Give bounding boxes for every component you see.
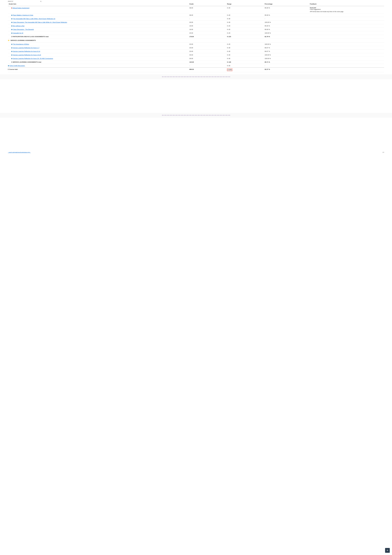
grade-item-link[interactable]: Service Learning Reflection for hours 1-…	[13, 47, 39, 49]
assignment-icon: ▣	[11, 51, 13, 52]
dot	[173, 115, 174, 116]
dot	[187, 115, 188, 116]
dots-separator-1	[0, 74, 392, 79]
feedback-cell: Good job! A few suggestions: APA format …	[309, 6, 384, 13]
item-name-cell: ΣPARTICIPATION AND IN CLASS ASSIGNMENTS …	[8, 35, 188, 38]
grades-table: Grade item Grade Range Percentage Feedba…	[8, 2, 384, 72]
percentage-cell: 66.67 %	[264, 46, 309, 50]
grade-cell: 896.00	[188, 67, 226, 72]
dot	[164, 115, 164, 116]
dot	[220, 115, 221, 116]
grade-item-link[interactable]: Inequality for All	[13, 32, 23, 34]
percentage-cell: -	[264, 64, 309, 68]
grade-item-link[interactable]: Class Discussion: The Impossible Will Ta…	[13, 22, 67, 23]
dot	[165, 76, 166, 77]
dot	[217, 115, 218, 116]
dot	[215, 115, 216, 116]
table-row: ▣Service Learning Reflection for hours 2…	[8, 57, 384, 60]
blank-area-2	[0, 118, 392, 151]
grade-cell: 120.00	[188, 60, 226, 64]
feedback-cell	[309, 57, 384, 60]
table-row: ΣCourse total 896.00 0–970 92.37 %	[8, 67, 384, 72]
table-row: ΣSERVICE LEARNING ASSIGNMENTS total 120.…	[8, 60, 384, 64]
range-cell: 0–30	[226, 64, 264, 68]
feedback-cell	[309, 46, 384, 50]
dot	[206, 115, 207, 116]
feedback-cell	[309, 17, 384, 21]
footer-url[interactable]: ...search.edu/grade/report/usefreelancer…	[8, 152, 31, 153]
grade-item-link[interactable]: Race Matters: America in Crisis	[13, 14, 33, 16]
table-row: ▣The Importance of Ethics 20.00 0–20 100…	[8, 43, 384, 46]
grade-item-link[interactable]: The Importance of Ethics	[13, 43, 29, 45]
dot	[189, 76, 189, 77]
dot	[181, 115, 182, 116]
range-cell: 0–970	[226, 67, 264, 72]
dot	[176, 76, 177, 77]
dot	[203, 76, 204, 77]
grade-item-link[interactable]: Boy without a flag	[13, 25, 24, 27]
grade-item-link[interactable]: Ethical Duties Assignment	[13, 7, 29, 9]
section-header-label: SERVICE LEARNING ASSIGNMENTS	[10, 40, 36, 41]
percentage-cell: 95.00 %	[264, 13, 309, 17]
percentage-cell: 100.00 %	[264, 31, 309, 35]
dot	[214, 115, 214, 116]
dot	[187, 76, 188, 77]
dot	[175, 115, 175, 116]
dot	[162, 115, 163, 116]
grade-cell: -	[188, 64, 226, 68]
col-header-percentage: Percentage	[264, 2, 309, 6]
dot	[217, 76, 218, 77]
dot	[184, 115, 185, 116]
dot	[170, 76, 171, 77]
dot	[204, 76, 205, 77]
range-value: 0–30	[227, 47, 230, 49]
grade-item-link[interactable]: Service Learning Reflection for hours 15…	[13, 54, 41, 56]
range-value: 0–215	[227, 36, 231, 37]
feedback-cell	[309, 35, 384, 38]
item-name-cell: ▣Inequality for All	[8, 31, 188, 35]
percentage-cell: 100.00 %	[264, 21, 309, 24]
table-row: ■Ethical Duties Assignment 38.00 0–40 95…	[8, 6, 384, 13]
grade-item-link[interactable]: Extra Credit Discussion:	[10, 65, 25, 66]
grade-item-link[interactable]: Service Learning Reflection for hours 8-…	[13, 51, 40, 52]
dot	[181, 76, 182, 77]
col-header-range: Range	[226, 2, 264, 6]
table-row: 📁 SERVICE LEARNING ASSIGNMENTS	[8, 38, 384, 43]
item-name-cell: ΣSERVICE LEARNING ASSIGNMENTS total	[8, 60, 188, 64]
table-row: ▣Extra Credit Discussion: - 0–30 -	[8, 64, 384, 68]
table-row: ▣Class Discussion - The Eleventh 18.00 0…	[8, 28, 384, 31]
grade-cell: 18.00	[188, 28, 226, 31]
range-value: 0–30	[227, 54, 230, 56]
dot	[170, 115, 171, 116]
grade-cell: 30.00	[188, 57, 226, 60]
item-name-cell: ▣Class Discussion: The Impossible Will T…	[8, 21, 188, 24]
grade-item-link[interactable]: The Impossible Will Take a Little While-…	[13, 18, 55, 20]
feedback-content: Good job! A few suggestions: APA format …	[310, 7, 383, 12]
percentage-cell: 100.00 %	[264, 57, 309, 60]
dot	[220, 76, 221, 77]
dot	[223, 115, 224, 116]
feedback-cell	[309, 24, 384, 28]
grade-item-link[interactable]: Service Learning Reflection for hours 20…	[13, 58, 53, 59]
range-value: 0–30	[227, 58, 230, 59]
footer-url-text: ...search.edu/grade/report/usefreelancer…	[8, 152, 31, 153]
dot	[201, 115, 202, 116]
range-cell: 0–40	[226, 13, 264, 17]
range-cell: 0–30	[226, 46, 264, 50]
range-cell: 0–20	[226, 28, 264, 31]
feedback-cell	[309, 64, 384, 68]
range-cell: 0–20	[226, 24, 264, 28]
table-row: ▣Service Learning Reflection for hours 1…	[8, 46, 384, 50]
range-cell: 0–30	[226, 17, 264, 21]
table-row: ΣPARTICIPATION AND IN CLASS ASSIGNMENTS …	[8, 35, 384, 38]
dot	[182, 115, 183, 116]
percentage-cell: 100.00 %	[264, 53, 309, 57]
dot	[226, 76, 227, 77]
dot	[228, 76, 228, 77]
grade-item-link[interactable]: Class Discussion - The Eleventh	[13, 29, 34, 30]
table-header-row: Grade item Grade Range Percentage Feedba…	[8, 2, 384, 6]
dot	[171, 76, 172, 77]
dot	[168, 115, 169, 116]
dot	[209, 115, 210, 116]
feedback-cell	[309, 53, 384, 57]
